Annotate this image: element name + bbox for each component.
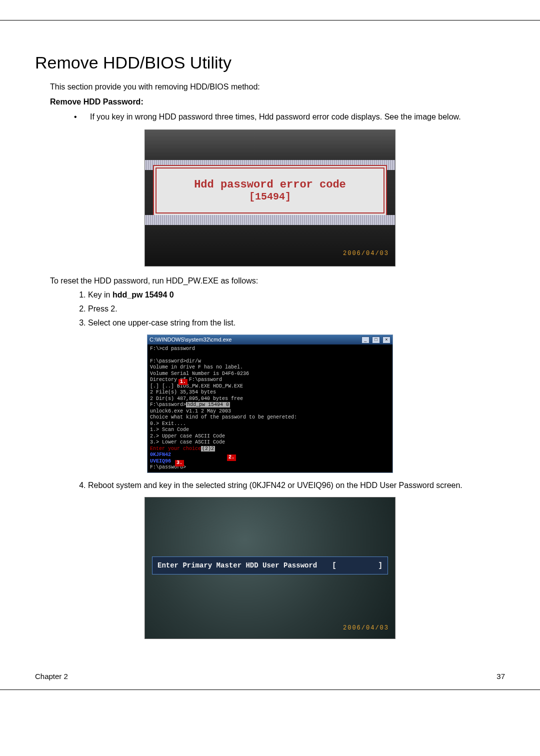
step-3: Select one upper-case string from the li… <box>88 318 505 328</box>
photo-date-stamp: 2006/04/03 <box>343 624 389 632</box>
error-screenshot: Hdd password error code [15494] 2006/04/… <box>144 130 396 266</box>
bracket-left: [ <box>332 562 336 570</box>
steps-list-cont: Reboot system and key in the selected st… <box>68 481 505 490</box>
figure-2-wrap: C:\WINDOWS\system32\cmd.exe _ □ × F:\>cd… <box>35 334 505 473</box>
close-icon[interactable]: × <box>382 336 390 344</box>
figure-3-wrap: Enter Primary Master HDD User Password [… <box>35 497 505 641</box>
cmd-line: 2 File(s) 35,354 bytes <box>150 390 391 396</box>
step-1-pre: Key in <box>88 290 112 299</box>
cmd-line: F:\>cd password <box>150 346 391 352</box>
steps-list: Key in hdd_pw 15494 0 Press 2. Select on… <box>68 290 505 328</box>
error-line-2: [15494] <box>249 191 291 202</box>
cmd-line: Volume in drive F has no label. <box>150 364 391 371</box>
bullet-item: If you key in wrong HDD password three t… <box>70 112 505 122</box>
error-dialog: Hdd password error code [15494] <box>153 165 387 216</box>
cmd-body: F:\>cd password F:\password>dir/w Volume… <box>148 344 392 472</box>
step-2: Press 2. <box>88 304 505 314</box>
minimize-icon[interactable]: _ <box>362 336 370 344</box>
cmd-result: UVEIQ96 <box>150 458 391 465</box>
bracket-right: ] <box>378 562 382 570</box>
password-brackets: [ ] <box>332 562 382 570</box>
figure-1-wrap: Hdd password error code [15494] 2006/04/… <box>35 130 505 268</box>
step-4: Reboot system and key in the selected st… <box>88 481 505 490</box>
cmd-line: F:\password>hdd_pw 15494 0 <box>150 402 391 408</box>
cmd-line: 2.> Upper case ASCII Code <box>150 434 391 440</box>
cmd-line: F:\password>dir/w <box>150 358 391 365</box>
step-1-cmd: hdd_pw 15494 0 <box>112 290 174 299</box>
cmd-titlebar: C:\WINDOWS\system32\cmd.exe _ □ × <box>148 335 392 344</box>
page-title: Remove HDD/BIOS Utility <box>35 53 505 72</box>
callout-3: 3. <box>175 460 184 466</box>
password-prompt-bar: Enter Primary Master HDD User Password [… <box>152 556 388 574</box>
step-1: Key in hdd_pw 15494 0 <box>88 290 505 300</box>
cmd-line: 3.> Lower case ASCII Code <box>150 440 391 446</box>
cmd-line: Enter your choice(2)2 <box>150 446 391 452</box>
cmd-line: 2 Dir(s) 487,895,040 bytes free <box>150 396 391 402</box>
password-screenshot: Enter Primary Master HDD User Password [… <box>144 497 396 639</box>
photo-date-stamp: 2006/04/03 <box>343 250 389 257</box>
maximize-icon[interactable]: □ <box>372 336 380 344</box>
error-line-1: Hdd password error code <box>194 178 346 191</box>
cmd-result: 0KJFN42 <box>150 452 391 458</box>
cmd-title: C:\WINDOWS\system32\cmd.exe <box>150 336 232 342</box>
cmd-highlight: hdd_pw 15494 0 <box>186 402 230 408</box>
callout-2: 2. <box>227 454 236 461</box>
intro-text: This section provide you with removing H… <box>50 82 505 92</box>
cmd-line: Volume Serial Number is D4F6-0236 <box>150 371 391 378</box>
decorative-band <box>145 215 395 225</box>
reset-intro: To reset the HDD password, run HDD_PW.EX… <box>50 276 505 286</box>
page: Remove HDD/BIOS Utility This section pro… <box>0 20 540 690</box>
cmd-window: C:\WINDOWS\system32\cmd.exe _ □ × F:\>cd… <box>147 334 393 473</box>
cmd-highlight: (2)2 <box>201 446 215 452</box>
cmd-choice-prompt: Enter your choice <box>150 446 201 452</box>
cmd-line: 0.> Exit.... <box>150 421 391 428</box>
password-prompt-text: Enter Primary Master HDD User Password <box>158 562 317 570</box>
page-footer: Chapter 2 37 <box>35 672 505 680</box>
callout-1: 1. <box>178 379 188 386</box>
cmd-prompt: F:\password> <box>150 402 186 408</box>
cmd-line: Choice what kind of the password to be g… <box>150 414 391 421</box>
cmd-line: unlock6.exe v1.1 2 May 2003 <box>150 408 391 415</box>
cmd-line: F:\password> <box>150 464 391 471</box>
window-buttons: _ □ × <box>360 336 390 344</box>
footer-chapter: Chapter 2 <box>35 672 68 680</box>
bullet-list: If you key in wrong HDD password three t… <box>70 112 505 122</box>
footer-page-number: 37 <box>496 672 505 680</box>
cmd-line: 1.> Scan Code <box>150 427 391 434</box>
subheading: Remove HDD Password: <box>50 98 505 106</box>
